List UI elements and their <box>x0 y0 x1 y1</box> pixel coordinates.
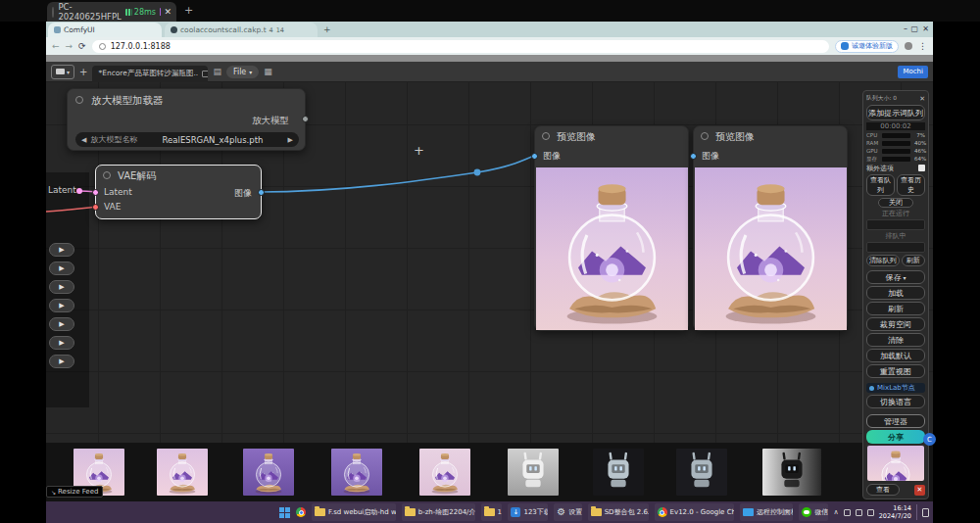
node-upscale-model-loader[interactable]: 放大模型加载器 放大模型 ◀ 放大模型名称 RealESRGAN_x4plus.… <box>67 88 306 151</box>
back-icon[interactable]: ← <box>52 41 60 51</box>
file-menu-button[interactable]: File ▾ <box>226 66 259 78</box>
notification-center-icon[interactable] <box>922 508 929 517</box>
collapse-dot-icon[interactable] <box>75 96 83 104</box>
offscreen-widget-next-button[interactable]: ▶ <box>49 262 74 275</box>
load-button[interactable]: 加载 <box>866 286 925 300</box>
share-button[interactable]: 分享 <box>866 430 925 444</box>
taskbar-item[interactable]: 远程控制面板 <box>740 503 793 521</box>
start-button[interactable] <box>279 507 290 518</box>
taskbar-item[interactable]: 微信 <box>799 503 827 521</box>
browser-menu-icon[interactable]: ⋮ <box>918 41 927 51</box>
taskbar-item[interactable]: Ev12.0 - Google Chro <box>655 503 734 521</box>
save-workflow-icon[interactable] <box>202 71 208 77</box>
taskbar-item[interactable]: SD整合包 2.6.1 <box>588 503 649 521</box>
close-preview-button[interactable]: ✕ <box>914 485 925 496</box>
new-workflow-button[interactable]: + <box>79 67 87 77</box>
clear-queue-button[interactable]: 清除队列 <box>866 255 900 266</box>
profile-avatar[interactable] <box>905 42 912 50</box>
offscreen-widget-next-button[interactable]: ▶ <box>49 317 74 331</box>
output-port-upscale-model[interactable] <box>302 116 309 122</box>
reload-icon[interactable]: ⟳ <box>78 41 86 51</box>
load-default-button[interactable]: 加载默认 <box>866 349 925 362</box>
close-menu-icon[interactable]: ✕ <box>919 95 925 103</box>
input-port-latent[interactable] <box>92 189 99 196</box>
view-history-button[interactable]: 查看历史 <box>897 174 925 196</box>
feed-thumbnail[interactable] <box>331 449 382 496</box>
refresh-button[interactable]: 刷新 <box>866 302 925 315</box>
resize-feed-button[interactable]: ↘ Resize Feed <box>46 486 103 498</box>
new-tab-button[interactable]: + <box>323 24 331 34</box>
menu-titlebar[interactable]: 队列大小: 0 ✕ <box>866 94 925 103</box>
site-info-icon[interactable] <box>99 43 106 50</box>
save-button[interactable]: 保存▾ <box>866 270 925 284</box>
output-port-image[interactable] <box>258 189 265 196</box>
workflow-tab[interactable]: *Encore产品草图转沙漏瓶图.. <box>92 66 208 82</box>
mochi-badge[interactable]: Mochi <box>898 66 928 78</box>
address-bar[interactable]: 127.0.0.1:8188 <box>92 40 829 53</box>
node-vae-decode[interactable]: VAE解码 Latent VAE 图像 <box>95 165 262 219</box>
reroute-dot[interactable] <box>474 169 481 176</box>
taskbar-item[interactable]: b-zh-绘图2204/介绍 <box>402 503 475 521</box>
remote-session-tab[interactable]: PC-20240625HFPL 28ms ✕ <box>47 2 176 22</box>
switch-language-button[interactable]: 切换语言 <box>866 395 925 408</box>
tray-icon[interactable] <box>867 509 874 516</box>
manager-button[interactable]: 管理器 <box>866 414 925 428</box>
feed-thumbnail[interactable] <box>508 449 559 496</box>
tray-icon[interactable] <box>856 509 862 516</box>
input-port-vae[interactable] <box>92 204 99 211</box>
feed-thumbnail[interactable] <box>243 449 294 496</box>
clock[interactable]: 16:14 2024/7/20 <box>879 504 911 520</box>
taskbar-item[interactable]: F.sd webui启动-hd web <box>312 503 396 521</box>
workflows-menu-button[interactable]: ▾ <box>51 65 74 79</box>
node-canvas[interactable]: Latent ▶ ▶ ▶ ▶ ▶ ▶ ▶ 放大模型加载器 放大模型 ◀ 放大模型… <box>46 82 933 443</box>
menu-preview-thumbnail[interactable] <box>867 446 924 481</box>
extension-button[interactable]: 诚邀体验新版 <box>835 40 899 53</box>
node-preview-image-1[interactable]: 预览图像 图像 <box>534 125 689 331</box>
close-session-icon[interactable]: ✕ <box>164 7 172 17</box>
model-name-widget[interactable]: ◀ 放大模型名称 RealESRGAN_x4plus.pth ▶ <box>75 132 299 147</box>
prev-value-icon[interactable]: ◀ <box>81 136 86 144</box>
reset-view-button[interactable]: 重置视图 <box>866 364 925 378</box>
offscreen-widget-next-button[interactable]: ▶ <box>49 355 74 368</box>
taskbar-item[interactable]: 1 <box>481 503 503 521</box>
window-close-button[interactable]: ✕ <box>922 24 929 33</box>
collapse-dot-icon[interactable] <box>701 132 709 140</box>
feed-thumbnail[interactable] <box>157 449 208 496</box>
taskbar-item[interactable]: ↓123下载 <box>508 503 548 521</box>
close-queue-button[interactable]: 关闭 <box>878 198 913 208</box>
offscreen-widget-next-button[interactable]: ▶ <box>49 336 74 350</box>
comfy-badge[interactable]: C <box>923 433 936 446</box>
collapse-dot-icon[interactable] <box>103 171 111 179</box>
window-minimize-button[interactable]: – <box>904 24 907 33</box>
preview-image[interactable] <box>695 167 847 330</box>
view-image-button[interactable]: 查看 <box>866 484 900 496</box>
browser-tab-active[interactable]: ComfyUI <box>48 23 162 37</box>
view-queue-button[interactable]: 查看队列 <box>866 174 895 196</box>
taskbar-item[interactable]: ⚙设置 <box>554 503 581 521</box>
browser-tab-inactive[interactable]: coolaccountscall.cakp.t 4 14 <box>165 23 318 37</box>
refresh-queue-button[interactable]: 刷新 <box>902 255 926 266</box>
preview-image[interactable] <box>536 167 688 330</box>
next-value-icon[interactable]: ▶ <box>288 136 293 144</box>
feed-thumbnail[interactable] <box>593 449 644 496</box>
export-icon[interactable]: ▤ <box>213 67 221 76</box>
grid-view-icon[interactable]: ▦ <box>264 67 272 76</box>
forward-icon[interactable]: → <box>66 41 74 51</box>
node-preview-image-2[interactable]: 预览图像 图像 <box>693 125 848 331</box>
tray-icon[interactable] <box>844 509 851 516</box>
new-session-button[interactable]: + <box>184 4 193 17</box>
queue-prompt-button[interactable]: 添加提示词队列 <box>866 105 925 120</box>
input-port-image[interactable] <box>531 153 538 160</box>
extra-options-checkbox[interactable] <box>918 165 925 171</box>
mixlab-toggle[interactable]: MixLab节点 <box>866 383 925 393</box>
chrome-taskbar-icon[interactable] <box>296 507 306 517</box>
collapse-dot-icon[interactable] <box>542 132 550 140</box>
feed-thumbnail[interactable] <box>419 449 470 496</box>
feed-thumbnail[interactable] <box>762 449 821 496</box>
clear-button[interactable]: 清除 <box>866 333 925 347</box>
feed-thumbnail[interactable] <box>676 449 727 496</box>
input-port-image[interactable] <box>690 153 697 160</box>
offscreen-widget-next-button[interactable]: ▶ <box>49 243 74 257</box>
tray-expand-icon[interactable]: ∧ <box>834 508 839 516</box>
offscreen-widget-next-button[interactable]: ▶ <box>49 280 74 294</box>
